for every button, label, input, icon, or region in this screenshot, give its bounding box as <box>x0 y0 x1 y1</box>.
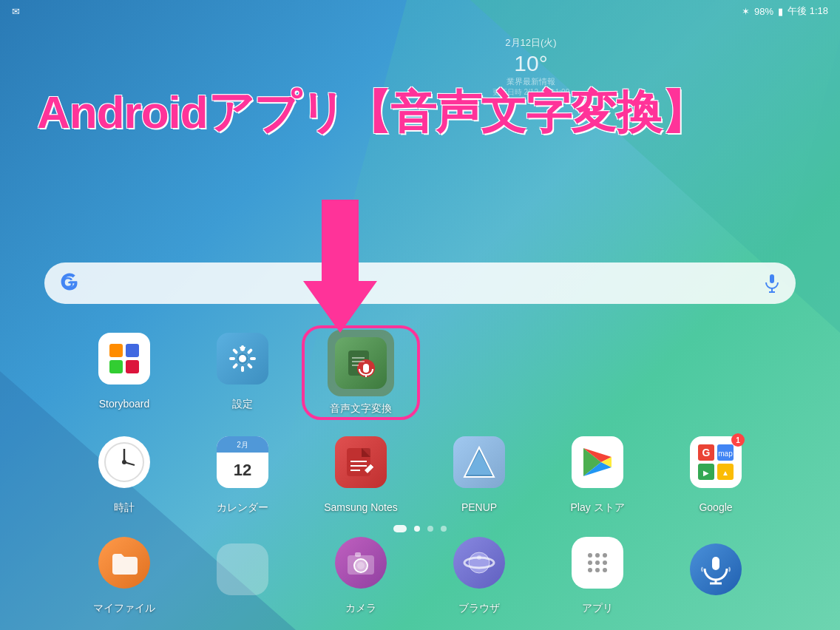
google-svg: G map ▶ ▲ <box>697 443 735 481</box>
browser-icon <box>453 537 505 589</box>
app-item-settings[interactable]: 設定 <box>183 325 302 420</box>
calendar-icon-wrapper: 2月 12 <box>209 429 276 495</box>
samsung-notes-label: Samsung Notes <box>324 501 398 513</box>
google-badge: 1 <box>731 433 745 447</box>
calendar-label: カレンダー <box>217 501 268 515</box>
browser-svg <box>462 546 496 580</box>
status-left: ✉ <box>12 6 20 17</box>
svg-rect-8 <box>250 357 256 360</box>
svg-rect-62 <box>712 557 719 570</box>
google-icon: 1 G map ▶ ▲ <box>690 436 742 488</box>
apps-icon-wrapper <box>564 529 631 596</box>
svg-point-61 <box>603 568 607 572</box>
penup-label: PENUP <box>461 501 497 513</box>
play-store-svg <box>579 444 616 481</box>
app-grid-row2: 時計 2月 12 カレンダー <box>0 429 840 515</box>
settings-label: 設定 <box>232 398 253 411</box>
settings-icon <box>217 333 268 385</box>
voice-label: 音声文字変換 <box>330 402 392 416</box>
browser-icon-wrapper <box>446 529 512 596</box>
svg-point-57 <box>595 560 600 565</box>
svg-point-52 <box>477 555 481 560</box>
play-store-icon-wrapper <box>564 429 631 495</box>
dock-item-voice-assistant[interactable] <box>657 536 775 609</box>
sb-cell-red <box>126 360 139 373</box>
svg-point-56 <box>588 560 592 565</box>
app-item-voice-transcribe[interactable]: 音声文字変換 <box>302 325 420 420</box>
apps-label: アプリ <box>582 602 613 615</box>
widget-date: 2月12日(火) <box>505 36 556 50</box>
svg-rect-2 <box>770 274 774 283</box>
svg-rect-19 <box>363 364 369 373</box>
google-icon-wrapper: 1 G map ▶ ▲ <box>682 429 749 495</box>
time-display: 午後 1:18 <box>788 4 828 18</box>
app-item-google[interactable]: 1 G map ▶ ▲ Google <box>657 429 775 515</box>
status-right: ✶ 98% ▮ 午後 1:18 <box>742 4 828 18</box>
camera-icon-wrapper <box>328 529 394 596</box>
sb-cell-blue <box>126 344 139 357</box>
play-store-icon <box>572 436 623 488</box>
blank-icon-wrapper <box>209 536 276 603</box>
voice-assistant-icon <box>690 543 742 595</box>
status-bar: ✉ ✶ 98% ▮ 午後 1:18 <box>0 0 840 22</box>
battery-icon: ▮ <box>778 6 783 17</box>
app-item-clock[interactable]: 時計 <box>65 429 183 515</box>
svg-rect-10 <box>241 366 244 372</box>
browser-label: ブラウザ <box>458 602 500 615</box>
svg-text:G: G <box>62 274 74 291</box>
svg-text:2月: 2月 <box>237 441 248 449</box>
storyboard-label: Storyboard <box>99 398 149 410</box>
dock-item-apps[interactable]: アプリ <box>538 529 657 615</box>
svg-rect-49 <box>355 552 361 557</box>
my-files-label: マイファイル <box>93 602 155 615</box>
svg-point-60 <box>595 568 600 572</box>
svg-rect-11 <box>232 363 238 369</box>
voice-svg <box>342 345 379 382</box>
arrow-head <box>303 281 377 333</box>
penup-icon <box>453 436 505 488</box>
app-item-calendar[interactable]: 2月 12 カレンダー <box>183 429 302 515</box>
clock-label: 時計 <box>114 501 135 515</box>
samsung-notes-icon <box>335 436 387 488</box>
svg-rect-6 <box>241 345 244 351</box>
google-logo: G <box>59 273 80 294</box>
sb-cell-green <box>109 360 123 373</box>
calendar-body: 12 <box>217 453 268 488</box>
my-files-icon-wrapper <box>91 529 158 596</box>
dock-item-my-files[interactable]: マイファイル <box>65 529 183 615</box>
folder-icon <box>109 548 139 578</box>
app-grid-row1: Storyboard <box>0 325 840 420</box>
svg-rect-7 <box>247 348 253 354</box>
clock-icon <box>98 436 150 488</box>
google-label: Google <box>699 501 732 513</box>
svg-point-53 <box>588 553 592 558</box>
voice-assistant-icon-wrapper <box>682 536 749 603</box>
app-item-play-store[interactable]: Play ストア <box>538 429 657 515</box>
clock-icon-wrapper <box>91 429 158 495</box>
camera-svg <box>345 546 377 579</box>
camera-icon <box>335 537 387 589</box>
email-icon: ✉ <box>12 6 20 17</box>
storyboard-icon-wrapper <box>91 325 158 392</box>
svg-rect-31 <box>362 448 370 457</box>
app-item-storyboard[interactable]: Storyboard <box>65 325 183 420</box>
settings-icon-wrapper <box>209 325 276 392</box>
app-item-penup[interactable]: PENUP <box>420 429 538 515</box>
app-item-samsung-notes[interactable]: Samsung Notes <box>302 429 420 515</box>
bluetooth-icon: ✶ <box>742 6 750 17</box>
svg-point-48 <box>357 562 365 569</box>
storyboard-icon <box>98 333 150 385</box>
svg-marker-37 <box>467 451 492 475</box>
calendar-icon: 2月 12 <box>217 436 268 488</box>
penup-svg <box>461 444 498 481</box>
svg-text:▲: ▲ <box>722 469 729 477</box>
svg-point-58 <box>603 560 607 565</box>
mic-icon <box>763 273 781 294</box>
widget-temperature: 10° <box>514 51 547 76</box>
search-bar[interactable]: G <box>44 262 796 304</box>
dock-item-browser[interactable]: ブラウザ <box>420 529 538 615</box>
cal-header-icon: 2月 <box>231 438 254 450</box>
voice-icon <box>335 337 387 389</box>
arrow-shaft <box>322 200 359 288</box>
dock-item-camera[interactable]: カメラ <box>302 529 420 615</box>
